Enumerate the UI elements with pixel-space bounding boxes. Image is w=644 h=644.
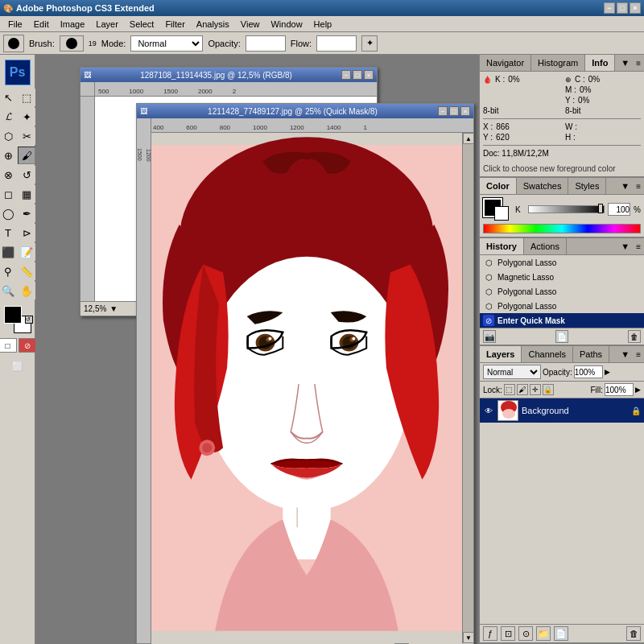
lock-transparent-button[interactable]: ⬚ [504, 384, 515, 395]
path-select-tool[interactable]: ⊳ [18, 224, 35, 242]
clone-tool[interactable]: ⊗ [0, 166, 17, 184]
menu-filter[interactable]: Filter [160, 18, 189, 31]
tab-histogram[interactable]: Histogram [531, 55, 585, 71]
airbrush-button[interactable]: ✦ [361, 35, 378, 52]
color-spectrum-bar[interactable] [483, 224, 641, 233]
new-layer-button[interactable]: 📄 [554, 626, 568, 641]
scroll-down-button[interactable]: ▼ [463, 632, 474, 643]
delete-layer-button[interactable]: 🗑 [626, 626, 641, 641]
quick-mask-button[interactable]: ⊘ [19, 338, 36, 353]
menu-image[interactable]: Image [56, 18, 90, 31]
tab-color[interactable]: Color [480, 178, 517, 194]
color-k-slider-thumb[interactable] [598, 204, 603, 213]
history-item-1[interactable]: ⬡ Magnetic Lasso [480, 270, 644, 284]
history-item-2[interactable]: ⬡ Polygonal Lasso [480, 284, 644, 299]
doc-2-scrollbar-vertical[interactable]: ▲ ▼ [462, 133, 473, 643]
pen-tool[interactable]: ✒ [18, 204, 35, 222]
layers-panel-options[interactable]: ≡ [633, 350, 644, 359]
eraser-tool[interactable]: ◻ [0, 185, 17, 203]
slice-tool[interactable]: ✂ [18, 127, 35, 145]
color-k-slider-track[interactable] [528, 205, 605, 213]
history-scroll[interactable]: ⬡ Polygonal Lasso ⬡ Magnetic Lasso ⬡ Pol… [480, 255, 644, 328]
layer-visibility-eye[interactable]: 👁 [483, 405, 494, 416]
tab-actions[interactable]: Actions [524, 238, 567, 254]
doc-1-title-bar[interactable]: 🖼 1287108_11914435.jpg @ 12,5% (RGB/8) −… [80, 68, 377, 82]
new-fill-button[interactable]: ⊙ [518, 626, 533, 641]
tab-navigator[interactable]: Navigator [480, 55, 531, 71]
standard-mode-button[interactable]: □ [0, 338, 17, 353]
menu-edit[interactable]: Edit [29, 18, 54, 31]
new-document-button[interactable]: 📄 [555, 330, 568, 343]
doc-1-maximize[interactable]: □ [353, 70, 362, 80]
delete-history-button[interactable]: 🗑 [628, 330, 641, 343]
doc-1-close[interactable]: × [364, 70, 374, 80]
maximize-button[interactable]: □ [617, 2, 628, 14]
add-layer-style-button[interactable]: ƒ [483, 626, 497, 641]
tab-styles[interactable]: Styles [568, 178, 606, 194]
fill-arrow[interactable]: ▶ [635, 386, 641, 394]
tool-preset-picker[interactable] [3, 35, 24, 52]
move-tool[interactable]: ↖ [0, 89, 17, 106]
lock-all-button[interactable]: 🔒 [543, 384, 554, 395]
color-panel-collapse[interactable]: ▼ [617, 181, 633, 191]
doc-2-close[interactable]: × [460, 106, 470, 116]
new-group-button[interactable]: 📁 [536, 626, 551, 641]
menu-file[interactable]: File [3, 18, 27, 31]
foreground-color[interactable] [4, 306, 22, 324]
blend-mode-select[interactable]: Normal [483, 365, 541, 379]
menu-select[interactable]: Select [125, 18, 159, 31]
scroll-up-button[interactable]: ▲ [463, 133, 474, 144]
mode-select[interactable]: Normal [130, 35, 203, 52]
lock-move-button[interactable]: ✛ [530, 384, 541, 395]
measure-tool[interactable]: 📏 [18, 262, 35, 280]
color-bg-swatch[interactable] [494, 206, 509, 221]
gradient-tool[interactable]: ▦ [18, 185, 35, 203]
opacity-input[interactable] [574, 365, 603, 378]
crop-tool[interactable]: ⬡ [0, 127, 17, 145]
fill-input[interactable] [605, 383, 634, 396]
screen-mode-button[interactable]: ⬜ [9, 357, 27, 375]
menu-help[interactable]: Help [309, 18, 337, 31]
tab-info[interactable]: Info [585, 55, 615, 71]
type-tool[interactable]: T [0, 224, 17, 242]
default-colors-button[interactable]: ↺ [25, 316, 33, 324]
history-brush-tool[interactable]: ↺ [18, 166, 35, 184]
history-item-3[interactable]: ⬡ Polygonal Lasso [480, 299, 644, 313]
tab-channels[interactable]: Channels [522, 346, 572, 362]
info-panel-collapse[interactable]: ▼ [617, 58, 633, 68]
color-panel-options[interactable]: ≡ [633, 182, 644, 191]
tab-history[interactable]: History [480, 238, 524, 254]
history-item-4[interactable]: ⊘ Enter Quick Mask [480, 313, 644, 328]
eyedropper-tool[interactable]: ⚲ [0, 262, 17, 280]
close-button[interactable]: × [630, 2, 641, 14]
hand-tool[interactable]: ✋ [18, 282, 35, 299]
opacity-input[interactable]: 100% [246, 35, 286, 52]
dodge-tool[interactable]: ◯ [0, 204, 17, 222]
healing-tool[interactable]: ⊕ [0, 147, 17, 164]
lasso-tool[interactable]: 𝓛 [0, 108, 17, 126]
layer-background-item[interactable]: 👁 Background 🔒 [480, 398, 644, 423]
menu-layer[interactable]: Layer [91, 18, 123, 31]
history-panel-options[interactable]: ≡ [633, 242, 644, 251]
doc-2-maximize[interactable]: □ [449, 106, 459, 116]
brush-tool[interactable]: 🖌 [18, 147, 35, 164]
zoom-tool[interactable]: 🔍 [0, 282, 17, 299]
tab-swatches[interactable]: Swatches [517, 178, 569, 194]
brush-preview[interactable] [60, 35, 84, 52]
minimize-button[interactable]: − [604, 2, 615, 14]
magic-wand-tool[interactable]: ✦ [18, 108, 35, 126]
history-item-0[interactable]: ⬡ Polygonal Lasso [480, 255, 644, 270]
menu-analysis[interactable]: Analysis [192, 18, 234, 31]
create-snapshot-button[interactable]: 📷 [483, 330, 496, 343]
color-k-input[interactable] [608, 203, 630, 216]
shape-tool[interactable]: ⬛ [0, 243, 17, 261]
history-panel-collapse[interactable]: ▼ [617, 242, 633, 251]
notes-tool[interactable]: 📝 [18, 243, 35, 261]
tab-paths[interactable]: Paths [573, 346, 609, 362]
doc-2-minimize[interactable]: − [438, 106, 448, 116]
doc-1-minimize[interactable]: − [341, 70, 351, 80]
add-mask-button[interactable]: ⊡ [501, 626, 515, 641]
layers-panel-collapse[interactable]: ▼ [617, 349, 633, 359]
doc-2-title-bar[interactable]: 🖼 1211428_77489127.jpg @ 25% (Quick Mask… [137, 104, 473, 118]
menu-window[interactable]: Window [266, 18, 307, 31]
